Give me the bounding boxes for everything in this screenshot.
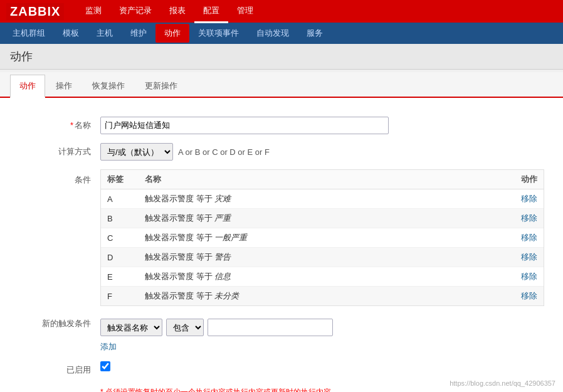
table-row: E触发器示警度 等于 信息移除 — [101, 267, 544, 287]
sub-nav-bar: 主机群组 模板 主机 维护 动作 关联项事件 自动发现 服务 — [0, 23, 563, 44]
remove-link[interactable]: 移除 — [521, 272, 537, 281]
subnav-actions[interactable]: 动作 — [155, 24, 189, 43]
condition-tag: D — [101, 248, 139, 267]
calc-select[interactable]: 与/或（默认） — [100, 143, 173, 161]
condition-name: 触发器示警度 等于 信息 — [139, 267, 462, 287]
main-content: 名称 计算方式 与/或（默认） A or B or C or D or E or… — [0, 98, 563, 392]
calc-row: 计算方式 与/或（默认） A or B or C or D or E or F — [19, 143, 544, 161]
condition-tag: B — [101, 209, 139, 228]
condition-action: 移除 — [462, 209, 544, 228]
table-row: B触发器示警度 等于 严重移除 — [101, 209, 544, 228]
nav-reports[interactable]: 报表 — [160, 0, 194, 23]
logo-text: ZABBIX — [10, 4, 60, 18]
remove-link[interactable]: 移除 — [521, 213, 537, 223]
condition-action: 移除 — [462, 267, 544, 287]
remove-link[interactable]: 移除 — [521, 252, 537, 262]
nav-assets[interactable]: 资产记录 — [110, 0, 160, 23]
note-text: * 必须设置恢复时的至少一个执行内容或执行内容或更新时的执行内容。 — [100, 387, 544, 392]
calc-control: 与/或（默认） A or B or C or D or E or F — [100, 143, 544, 161]
logo-box: ZABBIX — [6, 3, 64, 20]
conditions-wrapper: 标签 名称 动作 A触发器示警度 等于 灾难移除B触发器示警度 等于 严重移除C… — [100, 169, 544, 306]
condition-action: 移除 — [462, 189, 544, 209]
name-control — [100, 117, 544, 134]
subnav-services[interactable]: 服务 — [298, 24, 332, 43]
add-link[interactable]: 添加 — [100, 341, 117, 352]
tab-update[interactable]: 更新操作 — [135, 75, 187, 97]
table-row: F触发器示警度 等于 未分类移除 — [101, 287, 544, 306]
table-row: A触发器示警度 等于 灾难移除 — [101, 189, 544, 209]
condition-tag: A — [101, 189, 139, 209]
tab-action[interactable]: 动作 — [10, 75, 45, 98]
tab-recovery[interactable]: 恢复操作 — [83, 75, 134, 97]
footer-watermark: https://blog.csdn.net/qq_42906357 — [450, 379, 555, 387]
logo: ZABBIX — [6, 3, 64, 20]
tab-bar: 动作 操作 恢复操作 更新操作 — [0, 72, 563, 98]
new-trigger-inputs: 触发器名称 包含 — [100, 319, 544, 336]
conditions-control: 标签 名称 动作 A触发器示警度 等于 灾难移除B触发器示警度 等于 严重移除C… — [100, 169, 544, 306]
remove-link[interactable]: 移除 — [521, 233, 537, 242]
form-section: 名称 计算方式 与/或（默认） A or B or C or D or E or… — [19, 117, 544, 392]
page-title-bar: 动作 — [0, 44, 563, 70]
enabled-checkbox[interactable] — [100, 361, 110, 371]
enabled-control — [100, 361, 544, 371]
calc-expression: A or B or C or D or E or F — [178, 147, 270, 157]
top-nav-items: 监测 资产记录 报表 配置 管理 — [76, 0, 262, 23]
conditions-row: 条件 标签 名称 动作 A触发器示警度 等于 灾难移除B触 — [19, 169, 544, 306]
subnav-autodiscovery[interactable]: 自动发现 — [248, 24, 298, 43]
table-row: C触发器示警度 等于 一般严重移除 — [101, 228, 544, 248]
conditions-table: 标签 名称 动作 A触发器示警度 等于 灾难移除B触发器示警度 等于 严重移除C… — [101, 170, 544, 305]
remove-link[interactable]: 移除 — [521, 194, 537, 203]
new-trigger-row: 新的触发条件 触发器名称 包含 添加 — [19, 315, 544, 352]
condition-action: 移除 — [462, 228, 544, 248]
nav-monitor[interactable]: 监测 — [76, 0, 110, 23]
condition-action: 移除 — [462, 287, 544, 306]
condition-tag: E — [101, 267, 139, 287]
subnav-event-correlation[interactable]: 关联项事件 — [189, 24, 248, 43]
condition-tag: C — [101, 228, 139, 248]
nav-config[interactable]: 配置 — [194, 0, 228, 23]
condition-name: 触发器示警度 等于 严重 — [139, 209, 462, 228]
condition-action: 移除 — [462, 248, 544, 267]
name-input[interactable] — [100, 117, 389, 134]
new-trigger-control: 触发器名称 包含 添加 — [100, 315, 544, 352]
new-trigger-label: 新的触发条件 — [19, 315, 100, 329]
page-title: 动作 — [10, 49, 553, 64]
subnav-templates[interactable]: 模板 — [54, 24, 88, 43]
subnav-host-groups[interactable]: 主机群组 — [4, 24, 54, 43]
remove-link[interactable]: 移除 — [521, 291, 537, 300]
condition-name: 触发器示警度 等于 未分类 — [139, 287, 462, 306]
condition-name: 触发器示警度 等于 灾难 — [139, 189, 462, 209]
table-row: D触发器示警度 等于 警告移除 — [101, 248, 544, 267]
trigger-type-select[interactable]: 触发器名称 — [100, 319, 162, 336]
subnav-maintenance[interactable]: 维护 — [122, 24, 155, 43]
col-header-tag: 标签 — [101, 170, 139, 189]
trigger-condition-select[interactable]: 包含 — [166, 319, 204, 336]
enabled-row: 已启用 — [19, 361, 544, 376]
trigger-value-input[interactable] — [208, 319, 333, 336]
top-nav-bar: ZABBIX 监测 资产记录 报表 配置 管理 — [0, 0, 563, 23]
condition-name: 触发器示警度 等于 警告 — [139, 248, 462, 267]
enabled-label: 已启用 — [19, 361, 100, 376]
name-row: 名称 — [19, 117, 544, 134]
nav-admin[interactable]: 管理 — [228, 0, 262, 23]
condition-tag: F — [101, 287, 139, 306]
col-header-action: 动作 — [462, 170, 544, 189]
calc-label: 计算方式 — [19, 143, 100, 157]
condition-name: 触发器示警度 等于 一般严重 — [139, 228, 462, 248]
col-header-name: 名称 — [139, 170, 462, 189]
name-label: 名称 — [19, 117, 100, 131]
tab-operations[interactable]: 操作 — [46, 75, 82, 97]
subnav-hosts[interactable]: 主机 — [88, 24, 122, 43]
conditions-label: 条件 — [19, 169, 100, 186]
